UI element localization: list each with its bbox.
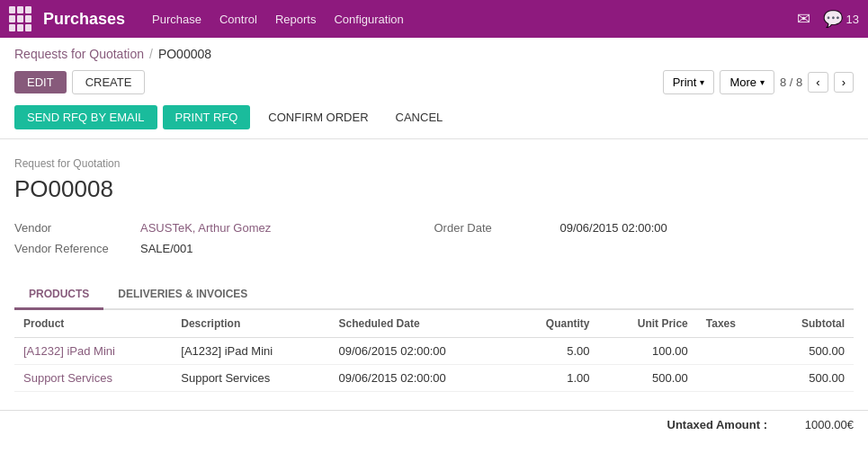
more-label: More	[729, 76, 756, 89]
col-quantity: Quantity	[510, 310, 599, 338]
order-date-value: 09/06/2015 02:00:00	[560, 221, 667, 235]
rfq-label: Request for Quotation	[14, 157, 854, 170]
confirm-order-button[interactable]: CONFIRM ORDER	[255, 105, 380, 129]
vendor-field-group: Vendor ASUSTeK, Arthur Gomez Vendor Refe…	[14, 221, 434, 262]
cell-product: Support Services	[14, 365, 172, 392]
cell-unit-price: 100.00	[599, 338, 697, 365]
cell-taxes	[697, 338, 765, 365]
nav-configuration[interactable]: Configuration	[334, 13, 403, 26]
breadcrumb-parent[interactable]: Requests for Quotation	[14, 47, 144, 61]
vendor-ref-field: Vendor Reference SALE/001	[14, 242, 434, 255]
cell-subtotal: 500.00	[765, 338, 854, 365]
product-table: Product Description Scheduled Date Quant…	[14, 310, 854, 392]
cancel-button[interactable]: CANCEL	[387, 105, 452, 129]
order-date-field-group: Order Date 09/06/2015 02:00:00	[434, 221, 855, 262]
vendor-field: Vendor ASUSTeK, Arthur Gomez	[14, 221, 434, 235]
order-date-label: Order Date	[434, 221, 560, 235]
app-grid-icon[interactable]	[9, 6, 34, 31]
vendor-ref-value: SALE/001	[140, 242, 193, 255]
breadcrumb-current: PO00008	[158, 47, 211, 61]
totals-row: Untaxed Amount : 1000.00€	[0, 410, 868, 439]
cell-quantity: 5.00	[510, 338, 599, 365]
cell-subtotal: 500.00	[765, 365, 854, 392]
tab-deliveries-invoices[interactable]: DELIVERIES & INVOICES	[103, 280, 262, 310]
main-nav: Purchase Control Reports Configuration	[152, 13, 796, 26]
col-unit-price: Unit Price	[599, 310, 697, 338]
cell-scheduled-date: 09/06/2015 02:00:00	[330, 338, 510, 365]
col-scheduled-date: Scheduled Date	[330, 310, 510, 338]
tab-products[interactable]: PRODUCTS	[14, 280, 103, 310]
action-bar-secondary: SEND RFQ BY EMAIL PRINT RFQ CONFIRM ORDE…	[0, 102, 868, 139]
breadcrumb-separator: /	[149, 47, 153, 61]
action-bar-primary: EDIT CREATE Print ▾ More ▾ 8 / 8 ‹ ›	[0, 67, 868, 102]
create-button[interactable]: CREATE	[72, 70, 146, 94]
vendor-value[interactable]: ASUSTeK, Arthur Gomez	[140, 221, 271, 235]
form-fields: Vendor ASUSTeK, Arthur Gomez Vendor Refe…	[14, 221, 854, 262]
app-name: Purchases	[43, 10, 125, 29]
col-product: Product	[14, 310, 172, 338]
prev-button[interactable]: ‹	[808, 72, 828, 93]
next-button[interactable]: ›	[834, 72, 854, 93]
cell-taxes	[697, 365, 765, 392]
table-row: Support Services Support Services 09/06/…	[14, 365, 854, 392]
vendor-label: Vendor	[14, 221, 140, 235]
col-subtotal: Subtotal	[765, 310, 854, 338]
cell-scheduled-date: 09/06/2015 02:00:00	[330, 365, 510, 392]
cell-description: Support Services	[172, 365, 329, 392]
mail-icon[interactable]: ✉	[797, 9, 810, 29]
cell-description: [A1232] iPad Mini	[172, 338, 329, 365]
table-header-row: Product Description Scheduled Date Quant…	[14, 310, 854, 338]
order-date-field: Order Date 09/06/2015 02:00:00	[434, 221, 855, 235]
print-label: Print	[673, 76, 697, 89]
chat-badge[interactable]: 💬 13	[823, 9, 859, 29]
more-caret-icon: ▾	[760, 77, 765, 87]
cell-unit-price: 500.00	[599, 365, 697, 392]
vendor-ref-label: Vendor Reference	[14, 242, 140, 255]
print-button[interactable]: Print ▾	[663, 70, 715, 94]
print-rfq-button[interactable]: PRINT RFQ	[163, 105, 251, 129]
cell-quantity: 1.00	[510, 365, 599, 392]
nav-right: ✉ 💬 13	[797, 9, 859, 29]
pagination: 8 / 8 ‹ ›	[780, 72, 854, 93]
send-rfq-email-button[interactable]: SEND RFQ BY EMAIL	[14, 105, 157, 129]
cell-product: [A1232] iPad Mini	[14, 338, 172, 365]
nav-purchase[interactable]: Purchase	[152, 13, 201, 26]
edit-button[interactable]: EDIT	[14, 71, 67, 93]
top-nav: Purchases Purchase Control Reports Confi…	[0, 0, 868, 38]
chat-count: 13	[846, 13, 859, 26]
untaxed-amount-value: 1000.00€	[782, 418, 854, 431]
nav-reports[interactable]: Reports	[275, 13, 317, 26]
pagination-text: 8 / 8	[780, 76, 802, 89]
more-button[interactable]: More ▾	[720, 70, 774, 94]
table-row: [A1232] iPad Mini [A1232] iPad Mini 09/0…	[14, 338, 854, 365]
col-description: Description	[172, 310, 329, 338]
print-caret-icon: ▾	[700, 77, 704, 87]
rfq-title: PO00008	[14, 175, 854, 203]
tabs: PRODUCTS DELIVERIES & INVOICES	[14, 280, 854, 310]
nav-control[interactable]: Control	[219, 13, 257, 26]
breadcrumb: Requests for Quotation / PO00008	[0, 38, 868, 67]
col-taxes: Taxes	[697, 310, 765, 338]
form-content: Request for Quotation PO00008 Vendor ASU…	[0, 139, 868, 410]
untaxed-amount-label: Untaxed Amount :	[667, 418, 767, 431]
